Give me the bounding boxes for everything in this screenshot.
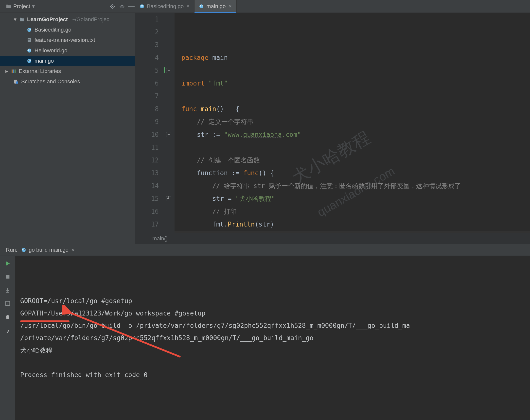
run-button[interactable] bbox=[3, 259, 12, 268]
pin-icon[interactable] bbox=[3, 327, 12, 336]
line-number[interactable]: 8 bbox=[135, 103, 159, 115]
close-icon[interactable]: ✕ bbox=[228, 4, 232, 9]
breadcrumb[interactable]: main() bbox=[135, 233, 530, 244]
tree-scratches[interactable]: Scratches and Consoles bbox=[0, 76, 135, 87]
tree-file[interactable]: Helloworld.go bbox=[0, 45, 135, 56]
library-icon bbox=[11, 69, 16, 74]
line-number[interactable]: 12 bbox=[135, 154, 159, 167]
editor-tab[interactable]: Basicediting.go✕ bbox=[135, 0, 194, 13]
hide-icon[interactable]: — bbox=[128, 3, 135, 10]
run-toolwindow-header: Run: go build main.go ✕ bbox=[0, 244, 530, 256]
tab-label: main.go bbox=[206, 3, 226, 10]
svg-point-2 bbox=[121, 5, 123, 7]
code-line: fmt.Println(str) bbox=[181, 218, 530, 231]
run-config-tab[interactable]: go build main.go ✕ bbox=[21, 247, 74, 253]
svg-point-22 bbox=[27, 49, 31, 52]
trash-icon[interactable] bbox=[3, 313, 12, 321]
fold-column[interactable]: −−┘┘ bbox=[165, 13, 175, 233]
gutter[interactable]: 12345678910111213141516171819 bbox=[135, 13, 165, 233]
line-number[interactable]: 5 bbox=[135, 64, 159, 77]
svg-rect-21 bbox=[28, 41, 30, 41]
stop-button[interactable] bbox=[3, 273, 12, 281]
svg-rect-33 bbox=[13, 70, 14, 73]
go-file-icon bbox=[140, 4, 144, 9]
line-number[interactable]: 9 bbox=[135, 115, 159, 128]
close-icon[interactable]: ✕ bbox=[71, 247, 75, 253]
code-line: func main() { bbox=[181, 103, 530, 115]
svg-point-25 bbox=[28, 50, 29, 50]
svg-point-26 bbox=[30, 50, 30, 50]
tree-files-container: Basicediting.gofeature-trainer-version.t… bbox=[0, 25, 135, 66]
line-number[interactable]: 16 bbox=[135, 205, 159, 218]
step-down-icon[interactable] bbox=[3, 286, 12, 294]
close-icon[interactable]: ✕ bbox=[186, 4, 190, 9]
line-number[interactable]: 4 bbox=[135, 51, 159, 64]
line-number[interactable]: 15 bbox=[135, 192, 159, 205]
line-number[interactable]: 18 bbox=[135, 231, 159, 233]
fold-marker[interactable]: ┘ bbox=[166, 196, 171, 201]
line-number[interactable]: 6 bbox=[135, 77, 159, 90]
svg-point-7 bbox=[142, 6, 143, 6]
annotation-underline bbox=[20, 320, 70, 322]
svg-point-11 bbox=[200, 6, 201, 6]
locate-icon[interactable] bbox=[109, 3, 116, 10]
editor: 12345678910111213141516171819 −−┘┘ packa… bbox=[135, 13, 530, 244]
tree-file[interactable]: feature-trainer-version.txt bbox=[0, 35, 135, 45]
line-number[interactable]: 17 bbox=[135, 218, 159, 231]
svg-point-31 bbox=[30, 60, 30, 61]
tree-file[interactable]: main.go bbox=[0, 56, 135, 66]
tree-file-name: feature-trainer-version.txt bbox=[35, 37, 95, 43]
settings-icon[interactable] bbox=[119, 3, 125, 10]
line-number[interactable]: 11 bbox=[135, 141, 159, 154]
svg-point-27 bbox=[27, 59, 31, 63]
project-label: Project bbox=[13, 3, 30, 10]
run-config-name: go build main.go bbox=[29, 247, 68, 253]
folder-icon bbox=[6, 4, 11, 9]
svg-point-12 bbox=[202, 6, 202, 6]
svg-point-41 bbox=[24, 249, 25, 250]
svg-rect-43 bbox=[5, 301, 10, 306]
layout-icon[interactable] bbox=[3, 299, 12, 308]
tree-file[interactable]: Basicediting.go bbox=[0, 25, 135, 35]
line-number[interactable]: 14 bbox=[135, 179, 159, 192]
code-area[interactable]: 12345678910111213141516171819 −−┘┘ packa… bbox=[135, 13, 530, 233]
code-line bbox=[181, 90, 530, 103]
editor-tab[interactable]: main.go✕ bbox=[194, 0, 236, 13]
dropdown-caret-icon: ▾ bbox=[32, 3, 35, 10]
svg-point-40 bbox=[23, 249, 23, 250]
console-line: 犬小哈教程 bbox=[20, 344, 525, 356]
fold-marker[interactable]: − bbox=[166, 132, 171, 137]
go-file-icon bbox=[27, 58, 32, 64]
project-toolwindow-header: Project ▾ — bbox=[0, 0, 135, 13]
project-dropdown[interactable]: Project ▾ bbox=[6, 3, 35, 10]
line-number[interactable]: 10 bbox=[135, 128, 159, 141]
fold-marker[interactable]: − bbox=[166, 68, 171, 73]
svg-point-3 bbox=[140, 4, 144, 8]
line-number[interactable]: 13 bbox=[135, 167, 159, 179]
text-file-icon bbox=[27, 37, 32, 43]
line-number[interactable]: 2 bbox=[135, 26, 159, 38]
svg-point-1 bbox=[112, 6, 113, 7]
chevron-right-icon: ▸ bbox=[5, 68, 8, 74]
code[interactable]: package mainimport "fmt"func main() { //… bbox=[175, 13, 530, 233]
console[interactable]: GOROOT=/usr/local/go #gosetupGOPATH=/Use… bbox=[15, 256, 530, 420]
go-file-icon bbox=[21, 247, 26, 252]
project-tree[interactable]: ▾ LearnGoProject ~/GolandProjec Basicedi… bbox=[0, 13, 135, 244]
code-line: // 创建一个匿名函数 bbox=[181, 154, 530, 167]
code-line: str = "犬小哈教程" bbox=[181, 192, 530, 205]
svg-point-13 bbox=[27, 28, 31, 32]
ide-window: Project ▾ — Basicediting.go✕main.go✕ ▾ L… bbox=[0, 0, 530, 420]
console-line: GOROOT=/usr/local/go #gosetup bbox=[20, 295, 525, 307]
tree-external-libs[interactable]: ▸ External Libraries bbox=[0, 66, 135, 76]
console-line: Process finished with exit code 0 bbox=[20, 369, 525, 381]
code-line: str := "www.quanxiaoha.com" bbox=[181, 128, 530, 141]
line-number[interactable]: 3 bbox=[135, 38, 159, 51]
console-line bbox=[20, 356, 525, 369]
line-number[interactable]: 1 bbox=[135, 13, 159, 26]
svg-rect-19 bbox=[28, 39, 30, 40]
tree-root[interactable]: ▾ LearnGoProject ~/GolandProjec bbox=[0, 14, 135, 25]
code-line: // 定义一个字符串 bbox=[181, 115, 530, 128]
console-line: /usr/local/go/bin/go build -o /private/v… bbox=[20, 319, 525, 332]
code-line: import "fmt" bbox=[181, 77, 530, 90]
line-number[interactable]: 7 bbox=[135, 90, 159, 103]
